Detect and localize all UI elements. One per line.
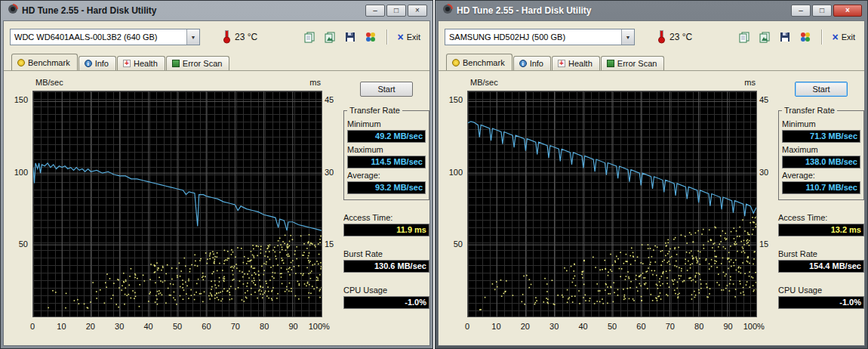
maximum-value: 114.5 MB/sec (347, 156, 426, 168)
hdtune-window-right: HD Tune 2.55 - Hard Disk Utility – □ × S… (435, 0, 868, 349)
health-icon: + (558, 60, 565, 67)
transfer-rate-group-label: Transfer Rate (782, 106, 837, 115)
thermometer-icon (657, 27, 666, 47)
exit-button[interactable]: × Exit (829, 31, 858, 43)
start-button[interactable]: Start (360, 82, 413, 97)
x-axis-tick: 50 (173, 322, 182, 331)
temperature-indicator: 23 °C (223, 27, 257, 47)
average-label: Average: (782, 171, 860, 180)
drive-select[interactable]: WDC WD6401AALS-00L3B2 (640 GB) ▼ (10, 29, 200, 45)
copy-text-button[interactable] (735, 28, 753, 46)
save-button[interactable] (341, 28, 359, 46)
close-button[interactable]: × (408, 5, 427, 17)
tab-health[interactable]: + Health (552, 56, 600, 70)
results-panel: Start Transfer Rate Minimum 49.2 MB/sec … (343, 77, 429, 309)
toolbar-separator (386, 29, 387, 45)
x-axis-tick: 80 (694, 322, 703, 331)
burst-rate-value: 130.6 MB/sec (343, 260, 429, 273)
y-axis-unit-right: ms (309, 78, 321, 87)
app-icon (8, 4, 18, 17)
access-time-label: Access Time: (343, 213, 429, 222)
health-icon: + (123, 60, 131, 67)
info-icon: i (85, 60, 92, 67)
y-axis-tick: 15 (759, 239, 768, 249)
tab-benchmark[interactable]: Benchmark (446, 54, 512, 70)
copy-text-button[interactable] (300, 28, 319, 46)
close-button[interactable]: × (833, 5, 862, 17)
tab-health[interactable]: + Health (117, 56, 165, 70)
tab-error-scan[interactable]: Error Scan (601, 56, 665, 70)
y-axis-tick: 45 (759, 95, 768, 104)
access-time-label: Access Time: (778, 213, 864, 222)
x-axis-tick: 0 (30, 322, 35, 331)
y-axis-unit-left: MB/sec (35, 78, 63, 87)
y-axis-tick: 100 (14, 168, 28, 177)
window-title: HD Tune 2.55 - Hard Disk Utility (22, 5, 362, 16)
tab-error-scan[interactable]: Error Scan (166, 56, 230, 70)
save-button[interactable] (776, 28, 794, 46)
y-axis-unit-right: ms (744, 78, 756, 87)
benchmark-icon (452, 59, 460, 66)
drive-select[interactable]: SAMSUNG HD502HJ (500 GB) ▼ (445, 29, 635, 45)
exit-label: Exit (842, 32, 855, 42)
window-title: HD Tune 2.55 - Hard Disk Utility (457, 5, 787, 16)
tab-benchmark[interactable]: Benchmark (11, 54, 78, 70)
maximize-button[interactable]: □ (812, 5, 832, 17)
x-axis-tick: 10 (491, 322, 500, 331)
minimum-label: Minimum (782, 119, 860, 128)
x-axis-tick: 90 (723, 322, 732, 331)
exit-button[interactable]: × Exit (394, 31, 423, 43)
x-axis-tick: 0 (465, 322, 469, 331)
y-axis-right: 453015 (325, 76, 340, 337)
error-scan-icon (607, 60, 614, 67)
color-options-button[interactable] (362, 28, 380, 46)
x-axis-tick: 60 (202, 322, 211, 331)
x-axis-tick: 90 (288, 322, 297, 331)
y-axis-left: 15010050 (7, 76, 29, 337)
x-axis-tick: 30 (549, 322, 559, 331)
maximum-label: Maximum (347, 145, 426, 154)
maximize-button[interactable]: □ (386, 5, 406, 17)
tab-strip: Benchmark i Info + Health Error Scan (439, 53, 864, 70)
x-axis-tick: 40 (578, 322, 587, 331)
tab-label: Health (568, 59, 593, 68)
minimum-value: 49.2 MB/sec (347, 130, 426, 143)
color-options-button[interactable] (796, 28, 814, 46)
minimum-label: Minimum (347, 119, 426, 128)
exit-icon: × (397, 31, 403, 43)
transfer-rate-group: Transfer Rate Minimum 49.2 MB/sec Maximu… (343, 110, 429, 200)
hdtune-window-left: HD Tune 2.55 - Hard Disk Utility – □ × W… (0, 0, 433, 349)
titlebar[interactable]: HD Tune 2.55 - Hard Disk Utility – □ × (438, 1, 865, 20)
cpu-usage-label: CPU Usage (343, 286, 429, 295)
x-axis-tick: 100% (309, 322, 330, 331)
benchmark-panel: MB/sec ms 15010050 453015 01020304050607… (439, 70, 864, 345)
average-value: 110.7 MB/sec (782, 181, 860, 194)
toolbar: SAMSUNG HD502HJ (500 GB) ▼ 23 °C (439, 21, 864, 53)
temperature-value: 23 °C (669, 32, 692, 42)
tab-label: Error Scan (183, 59, 223, 68)
start-button[interactable]: Start (795, 82, 848, 97)
copy-image-button[interactable] (321, 28, 339, 46)
y-axis-unit-left: MB/sec (470, 78, 498, 87)
temperature-value: 23 °C (235, 32, 257, 42)
chart-plot (32, 91, 322, 317)
copy-image-button[interactable] (756, 28, 774, 46)
y-axis-tick: 30 (759, 168, 768, 177)
thermometer-icon (223, 27, 231, 47)
dropdown-arrow-icon: ▼ (186, 29, 199, 45)
titlebar[interactable]: HD Tune 2.55 - Hard Disk Utility – □ × (3, 1, 430, 20)
benchmark-chart: MB/sec ms 15010050 453015 01020304050607… (7, 76, 340, 337)
tab-info[interactable]: i Info (78, 56, 116, 70)
transfer-rate-group-label: Transfer Rate (347, 106, 402, 115)
y-axis-left: 15010050 (442, 76, 464, 337)
minimize-button[interactable]: – (365, 5, 385, 17)
minimize-button[interactable]: – (791, 5, 811, 17)
temperature-indicator: 23 °C (657, 27, 692, 47)
info-icon: i (519, 60, 527, 67)
y-axis-tick: 45 (325, 95, 334, 104)
tab-info[interactable]: i Info (513, 56, 551, 70)
tab-strip: Benchmark i Info + Health Error Scan (4, 53, 429, 70)
x-axis: 0102030405060708090100% (7, 320, 340, 332)
toolbar: WDC WD6401AALS-00L3B2 (640 GB) ▼ 23 °C (4, 21, 429, 53)
error-scan-icon (172, 60, 180, 67)
